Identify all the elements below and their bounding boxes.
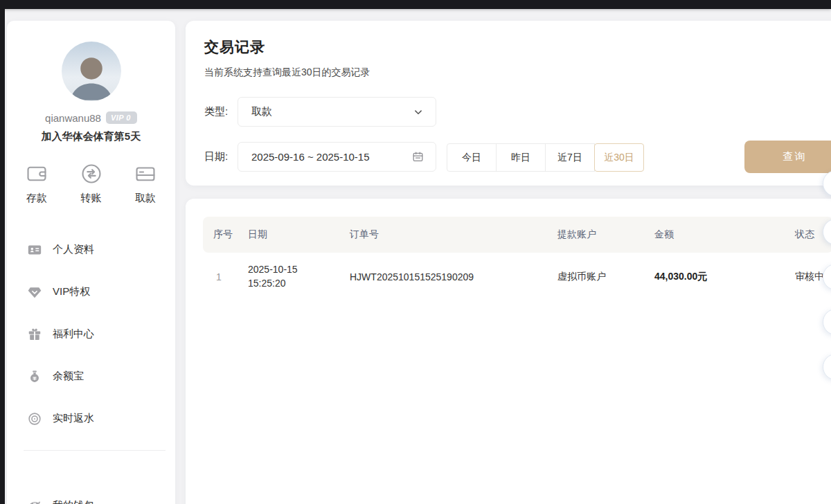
sidebar-item-label: 个人资料 — [53, 243, 94, 256]
sidebar-item-label: 我的钱包 — [53, 499, 94, 504]
type-select-value: 取款 — [251, 105, 412, 118]
deposit-action[interactable]: 存款 — [25, 162, 48, 205]
rebate-coin-icon — [27, 411, 42, 426]
row-no: 1 — [213, 271, 248, 282]
col-header-date: 日期 — [248, 228, 350, 241]
page-title: 交易记录 — [204, 37, 265, 57]
profile-sidebar: qianwanu88 VIP 0 加入华体会体育第5天 存款 — [7, 21, 175, 504]
id-card-icon — [27, 242, 42, 258]
sidebar-divider — [24, 450, 166, 451]
query-button[interactable]: 查询 — [744, 141, 831, 173]
transfer-icon — [80, 162, 103, 186]
row-date: 2025-10-15 15:25:20 — [248, 263, 350, 290]
filter-card: 交易记录 当前系统支持查询最近30日的交易记录 类型: 取款 日期: — [186, 21, 831, 186]
row-date-time: 15:25:20 — [248, 278, 286, 289]
sidebar-item-benefits[interactable]: 福利中心 — [7, 313, 175, 355]
vip-diamond-icon — [27, 285, 42, 300]
vip-badge: VIP 0 — [106, 111, 137, 124]
user-row: qianwanu88 VIP 0 — [7, 111, 175, 124]
range-today-button[interactable]: 今日 — [447, 143, 497, 172]
left-edge-strip — [0, 0, 5, 504]
sidebar-item-label: 福利中心 — [53, 327, 94, 341]
top-bar — [0, 0, 831, 9]
piggy-bank-icon — [27, 498, 42, 504]
col-header-account: 提款账户 — [557, 228, 654, 241]
quick-range-group: 今日 昨日 近7日 近30日 — [447, 143, 644, 172]
sidebar-item-vip[interactable]: VIP特权 — [7, 271, 175, 313]
type-select[interactable]: 取款 — [238, 97, 436, 127]
chevron-down-icon — [412, 106, 425, 118]
row-order-no: HJWT202510151525190209 — [350, 271, 557, 282]
range-30days-button[interactable]: 近30日 — [594, 143, 644, 172]
sidebar-menu: 个人资料 VIP特权 — [7, 228, 175, 440]
deposit-label: 存款 — [26, 192, 47, 205]
withdraw-label: 取款 — [135, 192, 156, 205]
sidebar-item-label: 余额宝 — [53, 370, 84, 383]
range-7days-button[interactable]: 近7日 — [545, 143, 595, 172]
row-date-day: 2025-10-15 — [248, 264, 298, 275]
sidebar-item-label: VIP特权 — [53, 285, 90, 298]
sidebar-item-rebate[interactable]: 实时返水 — [7, 397, 175, 440]
transfer-label: 转账 — [81, 192, 102, 205]
col-header-order: 订单号 — [350, 228, 557, 241]
sidebar-item-label: 实时返水 — [53, 412, 94, 425]
transactions-card: 序号 日期 订单号 提款账户 金额 状态 1 2025-10-15 15:25:… — [186, 199, 831, 504]
date-range-picker[interactable] — [238, 142, 436, 172]
row-account: 虚拟币账户 — [557, 271, 654, 283]
avatar-silhouette — [62, 46, 121, 101]
page-subtitle: 当前系统支持查询最近30日的交易记录 — [204, 66, 370, 79]
quick-actions: 存款 转账 — [7, 162, 175, 205]
money-pouch-icon — [27, 369, 42, 384]
joined-days-text: 加入华体会体育第5天 — [7, 130, 175, 143]
wallet-icon — [25, 162, 48, 186]
row-amount: 44,030.00元 — [654, 271, 795, 283]
date-range-input[interactable] — [251, 151, 411, 163]
sidebar-item-yuebao[interactable]: 余额宝 — [7, 355, 175, 397]
app-root: qianwanu88 VIP 0 加入华体会体育第5天 存款 — [0, 0, 831, 504]
calendar-icon — [411, 150, 425, 163]
type-filter-row: 类型: 取款 — [204, 97, 436, 127]
sidebar-item-profile[interactable]: 个人资料 — [7, 228, 175, 271]
bank-card-icon — [134, 162, 157, 186]
transfer-action[interactable]: 转账 — [80, 162, 103, 205]
type-label: 类型: — [204, 105, 238, 118]
gift-icon — [27, 327, 42, 342]
table-row: 1 2025-10-15 15:25:20 HJWT20251015152519… — [203, 255, 831, 298]
withdraw-action[interactable]: 取款 — [134, 162, 157, 205]
col-header-no: 序号 — [213, 228, 248, 241]
sidebar-item-wallet[interactable]: 我的钱包 — [7, 486, 175, 504]
date-filter-row: 日期: — [204, 142, 436, 172]
username: qianwanu88 — [45, 112, 101, 124]
date-label: 日期: — [204, 150, 238, 163]
col-header-amount: 金额 — [654, 228, 795, 241]
table-header-row: 序号 日期 订单号 提款账户 金额 状态 — [203, 217, 831, 253]
avatar[interactable] — [62, 42, 121, 101]
range-yesterday-button[interactable]: 昨日 — [496, 143, 546, 172]
